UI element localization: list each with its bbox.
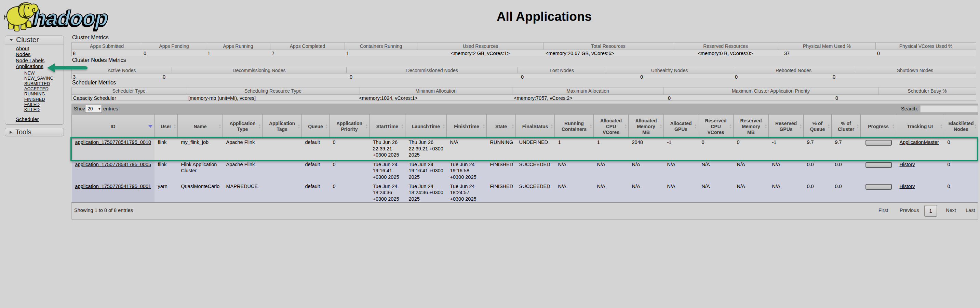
svg-text:hadoop: hadoop bbox=[31, 6, 111, 30]
